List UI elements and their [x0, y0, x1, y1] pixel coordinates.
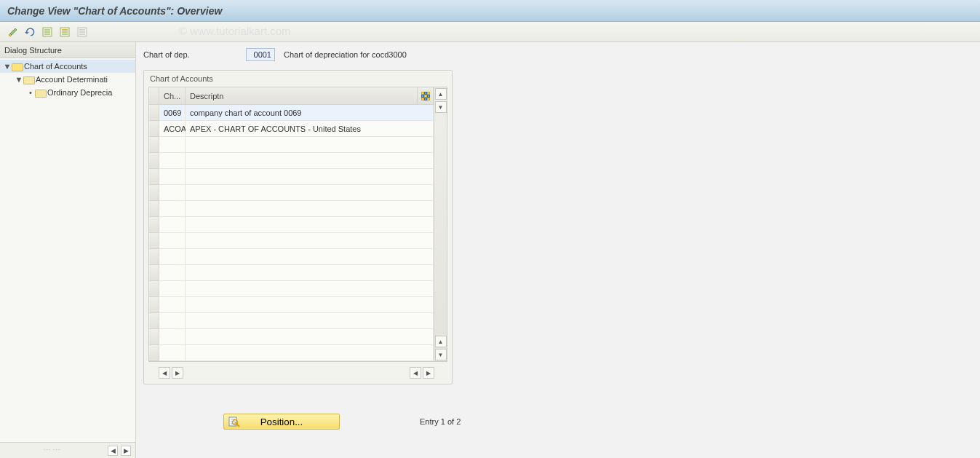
dialog-structure-footer: ⋯⋯ ◀ ▶: [0, 442, 135, 458]
scroll-left-icon[interactable]: ◀: [410, 367, 421, 379]
grid-row-header[interactable]: [149, 281, 159, 297]
grid-row-header[interactable]: [149, 153, 159, 169]
table-row-empty[interactable]: [159, 313, 434, 329]
grid-row-header[interactable]: [149, 137, 159, 153]
svg-rect-11: [79, 33, 85, 35]
grid-row-header[interactable]: [149, 105, 159, 121]
table-row-empty[interactable]: [159, 217, 434, 233]
dialog-structure-panel: Dialog Structure ▼ Chart of Accounts ▼ A…: [0, 42, 136, 458]
table-row-empty[interactable]: [159, 153, 434, 169]
scroll-down-icon[interactable]: ▼: [435, 101, 447, 113]
watermark-text: © www.tutorialkart.com: [179, 25, 291, 37]
svg-rect-1: [44, 29, 50, 31]
table-row-empty[interactable]: [159, 249, 434, 265]
cell-ch[interactable]: 0069: [159, 105, 186, 121]
configure-columns-icon[interactable]: [418, 87, 434, 105]
position-button-label: Position...: [260, 416, 303, 427]
table-row-empty[interactable]: [159, 137, 434, 153]
grid-row-header[interactable]: [149, 233, 159, 249]
scroll-left-icon[interactable]: ◀: [108, 446, 118, 456]
grid-column-headers: Ch... Descriptn: [159, 87, 434, 105]
grid-row-header[interactable]: [149, 217, 159, 233]
page-title: Change View "Chart of Accounts": Overvie…: [0, 0, 980, 22]
tree-toggle-icon[interactable]: ▼: [3, 62, 12, 71]
position-button[interactable]: Position...: [223, 414, 340, 430]
scroll-down-icon[interactable]: ▼: [435, 349, 447, 360]
scroll-right-icon[interactable]: ▶: [172, 367, 183, 379]
table-row[interactable]: 0069 company chart of account 0069: [159, 105, 434, 121]
folder-icon: [23, 75, 33, 84]
grid-row-header[interactable]: [149, 121, 159, 137]
table-row-empty[interactable]: [159, 265, 434, 281]
chart-of-dep-input[interactable]: [246, 48, 275, 61]
grid-corner-cell[interactable]: [149, 87, 159, 105]
toolbar: © www.tutorialkart.com: [0, 22, 980, 42]
chart-of-dep-text: Chart of depreciation for cocd3000: [279, 50, 407, 59]
column-header-ch[interactable]: Ch...: [159, 87, 186, 105]
grid-row-header[interactable]: [149, 345, 159, 361]
grid-rows: 0069 company chart of account 0069 ACOA …: [159, 105, 434, 361]
table-row-empty[interactable]: [159, 329, 434, 345]
table-row-empty[interactable]: [159, 297, 434, 313]
folder-open-icon: [12, 62, 22, 71]
tree-item-label: Account Determinati: [36, 75, 108, 84]
footer-row: Position... Entry 1 of 2: [223, 414, 973, 430]
dialog-structure-header: Dialog Structure: [0, 42, 135, 58]
column-header-descriptn[interactable]: Descriptn: [186, 87, 418, 105]
vertical-scrollbar[interactable]: ▲ ▼ ▲ ▼: [434, 87, 447, 361]
grid-body: Ch... Descriptn 0069 company chart of ac…: [159, 87, 434, 361]
tree-item-label: Ordinary Deprecia: [47, 88, 112, 97]
grid-row-header[interactable]: [149, 201, 159, 217]
svg-rect-5: [62, 29, 68, 31]
grid-row-header[interactable]: [149, 313, 159, 329]
panel-resize-grip[interactable]: ⋯⋯: [0, 446, 105, 455]
chart-of-accounts-grid: Ch... Descriptn 0069 company chart of ac…: [148, 87, 447, 362]
edit-pencils-icon[interactable]: [4, 25, 20, 39]
entry-count-text: Entry 1 of 2: [420, 417, 461, 426]
grid-row-headers: [149, 87, 159, 361]
select-all-icon[interactable]: [39, 25, 55, 39]
grid-row-header[interactable]: [149, 249, 159, 265]
dialog-structure-title: Dialog Structure: [4, 46, 62, 55]
table-row-empty[interactable]: [159, 169, 434, 185]
scroll-right-icon[interactable]: ▶: [121, 446, 131, 456]
chart-of-dep-label: Chart of dep.: [143, 50, 242, 59]
horizontal-scrollbar[interactable]: ◀ ▶ ◀ ▶: [148, 366, 447, 379]
content-area: Chart of dep. Chart of depreciation for …: [136, 42, 980, 458]
grid-row-header[interactable]: [149, 169, 159, 185]
svg-rect-2: [44, 31, 50, 33]
table-row-empty[interactable]: [159, 233, 434, 249]
cell-ch[interactable]: ACOA: [159, 121, 186, 137]
svg-rect-10: [79, 31, 85, 33]
table-row-empty[interactable]: [159, 281, 434, 297]
table-row-empty[interactable]: [159, 185, 434, 201]
scroll-up-icon[interactable]: ▲: [435, 88, 447, 100]
scroll-up-icon[interactable]: ▲: [435, 336, 447, 347]
table-row-empty[interactable]: [159, 345, 434, 361]
tree-item-chart-of-accounts[interactable]: ▼ Chart of Accounts: [0, 60, 135, 73]
scroll-right-icon[interactable]: ▶: [423, 367, 434, 379]
save-variant-icon[interactable]: [57, 25, 73, 39]
undo-icon[interactable]: [22, 25, 38, 39]
dialog-structure-tree: ▼ Chart of Accounts ▼ Account Determinat…: [0, 58, 135, 442]
folder-icon: [35, 88, 45, 97]
table-row-empty[interactable]: [159, 201, 434, 217]
grid-row-header[interactable]: [149, 297, 159, 313]
tree-item-account-determination[interactable]: ▼ Account Determinati: [0, 73, 135, 86]
chart-of-dep-field-row: Chart of dep. Chart of depreciation for …: [143, 48, 973, 61]
scroll-left-icon[interactable]: ◀: [159, 367, 170, 379]
svg-rect-3: [44, 33, 50, 35]
tree-toggle-icon[interactable]: ▼: [15, 75, 23, 84]
chart-of-accounts-group: Chart of Accounts: [143, 70, 453, 384]
tree-item-ordinary-depreciation[interactable]: • Ordinary Deprecia: [0, 86, 135, 99]
position-icon: [228, 416, 240, 427]
table-row[interactable]: ACOA APEX - CHART OF ACCOUNTS - United S…: [159, 121, 434, 137]
deselect-icon[interactable]: [74, 25, 90, 39]
chart-of-accounts-group-title: Chart of Accounts: [144, 71, 452, 87]
cell-desc[interactable]: company chart of account 0069: [186, 105, 434, 121]
grid-row-header[interactable]: [149, 265, 159, 281]
grid-row-header[interactable]: [149, 329, 159, 345]
grid-row-header[interactable]: [149, 185, 159, 201]
tree-bullet-icon: •: [26, 88, 35, 97]
cell-desc[interactable]: APEX - CHART OF ACCOUNTS - United States: [186, 121, 434, 137]
